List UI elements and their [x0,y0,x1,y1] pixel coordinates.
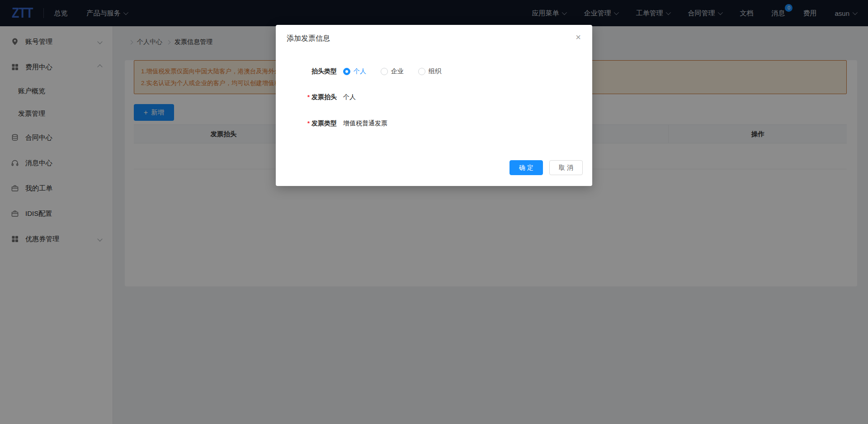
form-row-invoice-type: * 发票类型 增值税普通发票 [276,119,592,129]
title-type-radio-group: 个人 企业 组织 [343,67,441,76]
radio-label: 企业 [391,67,404,76]
modal-footer: 确 定 取 消 [509,160,583,175]
form-label-invoice-type: * 发票类型 [311,119,338,128]
label-text: 发票抬头 [311,93,337,100]
radio-dot [345,70,348,73]
radio-label: 组织 [429,67,441,76]
form-label-invoice-title: * 发票抬头 [311,93,338,101]
add-invoice-modal: 添加发票信息 × 抬头类型 个人 企业 组织 * 发票抬头 个人 [276,25,592,186]
radio-option-enterprise[interactable]: 企业 [381,67,404,76]
required-asterisk: * [307,94,310,100]
modal-header: 添加发票信息 [276,25,592,44]
invoice-title-value: 个人 [343,93,356,101]
form-row-title-type: 抬头类型 个人 企业 组织 [276,67,592,76]
invoice-type-value: 增值税普通发票 [343,119,387,128]
radio-unchecked-icon[interactable] [381,68,388,75]
label-text: 发票类型 [311,119,337,127]
required-asterisk: * [307,120,310,127]
close-icon[interactable]: × [572,31,584,43]
cancel-button[interactable]: 取 消 [549,160,583,175]
confirm-button[interactable]: 确 定 [509,160,543,175]
form-row-invoice-title: * 发票抬头 个人 [276,92,592,102]
modal-title: 添加发票信息 [287,33,581,44]
radio-checked-icon[interactable] [343,68,350,75]
radio-option-organization[interactable]: 组织 [418,67,441,76]
radio-option-personal[interactable]: 个人 [343,67,366,76]
radio-unchecked-icon[interactable] [418,68,425,75]
form-label-title-type: 抬头类型 [311,67,338,76]
radio-label: 个人 [354,67,366,76]
